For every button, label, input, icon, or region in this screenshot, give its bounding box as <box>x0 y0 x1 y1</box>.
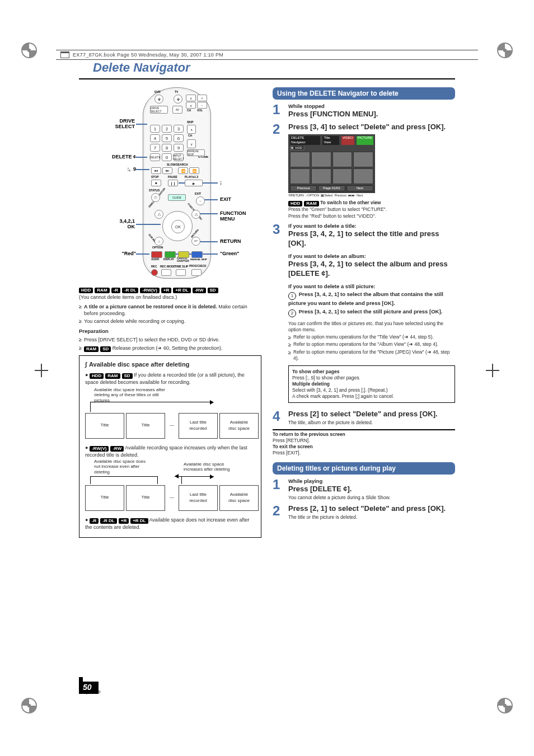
input-select-small: INPUT SELECT <box>174 153 184 161</box>
skip-next-icon: ⏭ <box>162 167 172 174</box>
play-label: PLAY/x1.3 <box>185 175 198 179</box>
functionmenu-label: FUNCTION MENU <box>220 210 246 222</box>
media-badge: +R DL <box>130 518 148 524</box>
available-space-box: Available disc space after deleting ● HD… <box>79 355 261 538</box>
media-badge: +R <box>161 288 171 293</box>
finalised-badges: HDDRAM-R-R DL-RW(V)+R+R DL-RWSD <box>79 288 261 293</box>
step-2: 2 Press [3, 4] to select "Delete" and pr… <box>273 123 455 219</box>
tile-title: Title <box>126 413 165 439</box>
drive-select-label: DRIVE SELECT <box>101 118 135 129</box>
remote-diagram: ⏻ DVD ⏻ TV ∧ ∨ CH + − VOL DRIVE SELECT A… <box>79 87 261 283</box>
dvd-power-icon: ⏻ <box>154 95 163 104</box>
exit-small: EXIT <box>195 192 201 195</box>
pause-label-big: ; <box>220 180 222 185</box>
prep-2: RAMSD Release protection (➜ 60, Setting … <box>79 345 261 352</box>
section-heading-2: Deleting titles or pictures during play <box>273 462 455 475</box>
media-badge: HDD <box>288 201 302 206</box>
media-badge: SD <box>100 346 111 352</box>
warn-2: You cannot delete while recording or cop… <box>79 318 261 325</box>
footer: RQT8859 50 <box>79 689 101 696</box>
rec-label: REC <box>151 265 157 268</box>
media-badge: -R DL <box>100 518 116 524</box>
hint-badges: HDDRAM <box>288 201 319 206</box>
title-rule <box>79 78 455 79</box>
tv-power-icon: ⏻ <box>174 95 182 104</box>
tile-title: Title <box>85 413 124 439</box>
tile-title: Title <box>85 485 124 511</box>
tile-avail: Available disc space <box>219 413 259 439</box>
tile-last: Last title recorded <box>179 485 218 511</box>
book-banner-text: EX77_87GK.book Page 50 Wednesday, May 30… <box>73 52 223 58</box>
two-column-layout: ⏻ DVD ⏻ TV ∧ ∨ CH + − VOL DRIVE SELECT A… <box>79 87 455 538</box>
ch-down2-icon: ∨ <box>187 139 196 148</box>
page: EX77_87GK.book Page 50 Wednesday, May 30… <box>0 0 534 756</box>
timeslip-icon <box>176 269 186 276</box>
ff-icon: ⏩ <box>189 167 199 174</box>
play-icon: ▶ <box>185 180 203 186</box>
prep-badges: RAMSD <box>84 346 111 352</box>
skip-prev-icon: ⏮ <box>151 167 161 174</box>
manskip-label: MANUAL SKIP <box>187 149 205 156</box>
column-left: ⏻ DVD ⏻ TV ∧ ∨ CH + − VOL DRIVE SELECT A… <box>79 87 261 538</box>
option-label: OPTION <box>152 246 163 249</box>
divider <box>273 429 455 430</box>
page-number-strip: 50 <box>79 677 99 694</box>
media-badge: -RW <box>110 446 124 452</box>
avail-diagram-2: Available disc space does not increase e… <box>85 461 255 511</box>
green-label: "Green" <box>220 251 240 256</box>
recmode-icon <box>161 269 171 276</box>
circled-2-icon: 2 <box>288 309 296 317</box>
display-label: DISPLAY <box>163 258 174 261</box>
red-icon <box>151 251 162 258</box>
status-icon: ⓘ <box>151 193 160 202</box>
return-icon: ↩ <box>191 237 200 246</box>
media-badge: RAM <box>105 373 120 379</box>
box-heading: Available disc space after deleting <box>85 360 255 369</box>
warning-bullets: A title or a picture cannot be restored … <box>79 303 261 325</box>
skip-label: SKIP <box>187 120 194 124</box>
stop-icon: ■ <box>151 180 161 186</box>
media-badge: -RW(V) <box>90 446 109 452</box>
avail-diagram-1: Available disc space increases after del… <box>85 388 255 439</box>
box-badges-2: -RW(V)-RW <box>90 446 124 452</box>
status-label: STATUS <box>149 189 160 192</box>
box-badges-1: HDDRAMSD <box>90 373 133 379</box>
exit-label: EXIT <box>220 196 231 202</box>
ch-down-icon: ∨ <box>186 102 196 109</box>
delete-small: DELETE <box>150 153 160 161</box>
preparation-heading: Preparation <box>79 328 261 334</box>
return-notes: To return to the previous screen Press [… <box>273 431 455 456</box>
tile-last: Last title recorded <box>179 413 218 439</box>
media-badge: HDD <box>90 373 104 379</box>
media-badge: +R DL <box>173 288 190 293</box>
media-badge: HDD <box>79 288 93 293</box>
slowsearch-label: SLOW/SEARCH <box>167 163 188 166</box>
crosshair-icon <box>35 364 48 377</box>
skip-label: :, 9 <box>102 166 136 172</box>
ch2-label: CH <box>188 134 192 137</box>
play-step-2: 2 Press [2, 1] to select "Delete" and pr… <box>273 504 455 520</box>
reg-mark-icon <box>21 43 37 58</box>
numpad: 123 456 789 DELETE0 INPUT SELECT <box>150 125 184 161</box>
step-4: 4 Press [2] to select "Delete" and press… <box>273 410 455 426</box>
circled-1-icon: 1 <box>288 292 296 300</box>
page-number: 50 <box>83 683 92 692</box>
book-icon <box>60 51 69 58</box>
arrows-label: 3,4,2,1 OK <box>96 218 135 229</box>
ok-ring <box>162 211 193 241</box>
progcheck-icon <box>191 269 202 276</box>
preparation-bullets: Press [DRIVE SELECT] to select the HDD, … <box>79 336 261 351</box>
media-badge: SD <box>208 288 218 293</box>
media-badge: -RW(V) <box>140 288 160 293</box>
exit-icon: – <box>196 196 205 205</box>
play-step-1: 1 While playing Press [DELETE ¢]. You ca… <box>273 478 455 501</box>
media-badge: -R DL <box>122 288 138 293</box>
prep-1: Press [DRIVE SELECT] to select the HDD, … <box>79 336 261 343</box>
timeslip-label: TIME SLIP <box>175 265 188 268</box>
media-badge: RAM <box>95 288 109 293</box>
media-badge: SD <box>122 373 133 379</box>
triangle-icon: △ <box>191 210 200 219</box>
red-label: "Red" <box>102 251 136 256</box>
media-badge: RAM <box>84 346 99 352</box>
rec-icon <box>151 269 158 276</box>
